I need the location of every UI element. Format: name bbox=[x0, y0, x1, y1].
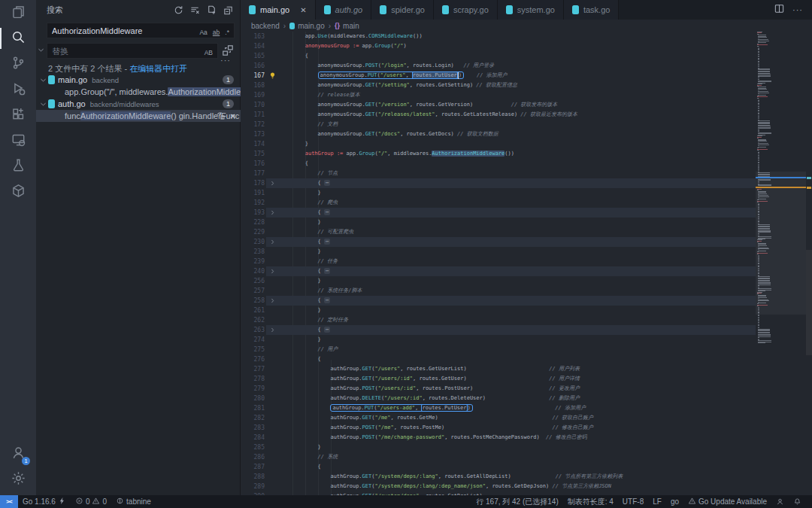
problems-status[interactable]: 0 0 bbox=[71, 497, 111, 506]
code-line-276[interactable]: 276 { bbox=[241, 354, 756, 364]
code-line-178[interactable]: 178 { ⋯ bbox=[241, 178, 756, 188]
code-line-283[interactable]: 283 authGroup.POST("/me", routes.PostMe)… bbox=[241, 423, 756, 433]
fold-chevron-icon[interactable] bbox=[265, 180, 280, 187]
search-box[interactable]: Aaab.* bbox=[47, 23, 235, 38]
code-line-229[interactable]: 229 // 可配置爬虫 bbox=[241, 227, 756, 237]
option-Aa[interactable]: Aa bbox=[197, 28, 209, 37]
notifications-bell[interactable] bbox=[789, 497, 806, 506]
code-line-288[interactable]: 288 authGroup.GET("/system/deps/:lang", … bbox=[241, 472, 756, 482]
code-line-285[interactable]: 285 } bbox=[241, 443, 756, 452]
eol-status[interactable]: LF bbox=[648, 497, 666, 506]
go-version-status[interactable]: Go 1.16.6 bbox=[18, 497, 71, 506]
code-line-167[interactable]: 167 anonymousGroup.PUT("/users", routes.… bbox=[241, 71, 756, 81]
option-AB[interactable]: AB bbox=[202, 48, 215, 57]
replace-icon[interactable] bbox=[216, 111, 226, 122]
code-line-257[interactable]: 257 // 系统任务/脚本 bbox=[241, 286, 756, 296]
tab-system.go[interactable]: system.go bbox=[498, 0, 564, 20]
clear-results-button[interactable] bbox=[189, 5, 201, 16]
option-.*[interactable]: .* bbox=[223, 28, 232, 37]
option-ab[interactable]: ab bbox=[211, 28, 222, 37]
code-line-169[interactable]: 169 // release版本 bbox=[241, 90, 756, 100]
code-line-238[interactable]: 238 } bbox=[241, 247, 756, 257]
tab-task.go[interactable]: task.go bbox=[564, 0, 619, 20]
activity-bar-dependencies[interactable] bbox=[0, 179, 36, 205]
code-line-230[interactable]: 230 { ⋯ bbox=[241, 237, 756, 247]
code-line-281[interactable]: 281 authGroup.PUT("/users-add", routes.P… bbox=[241, 403, 756, 413]
result-match-row[interactable]: app.Group("/", middlewares.Authorization… bbox=[36, 86, 241, 98]
code-line-240[interactable]: 240 { ⋯ bbox=[241, 266, 756, 276]
breadcrumb-item[interactable]: {}main bbox=[335, 22, 359, 30]
refresh-button[interactable] bbox=[173, 5, 184, 16]
code-line-166[interactable]: 166 anonymousGroup.POST("/login", routes… bbox=[241, 61, 756, 71]
activity-bar-search[interactable] bbox=[0, 26, 36, 51]
code-line-193[interactable]: 193 { ⋯ bbox=[241, 208, 756, 217]
code-line-284[interactable]: 284 authGroup.POST("/me/change-password"… bbox=[241, 433, 756, 443]
code-line-261[interactable]: 261 } bbox=[241, 306, 756, 315]
code-line-171[interactable]: 171 anonymousGroup.GET("/releases/latest… bbox=[241, 110, 756, 120]
code-line-278[interactable]: 278 authGroup.GET("/users/:id", routes.G… bbox=[241, 374, 756, 384]
breadcrumb[interactable]: backend›main.go›{}main bbox=[241, 20, 812, 32]
lightbulb-icon[interactable] bbox=[265, 71, 280, 80]
code-line-287[interactable]: 287 { bbox=[241, 462, 756, 472]
result-file-row[interactable]: main.gobackend1 bbox=[36, 74, 241, 86]
code-line-289[interactable]: 289 authGroup.GET("/system/deps/:lang/:d… bbox=[241, 482, 756, 491]
breadcrumb-item[interactable]: main.go bbox=[289, 22, 325, 30]
code-line-164[interactable]: 164 anonymousGroup := app.Group("/") bbox=[241, 41, 756, 51]
encoding-status[interactable]: UTF-8 bbox=[618, 497, 648, 506]
remote-indicator[interactable]: >< bbox=[0, 495, 18, 508]
split-editor-button[interactable] bbox=[774, 3, 785, 17]
fold-chevron-icon[interactable] bbox=[265, 209, 280, 216]
activity-bar-settings[interactable] bbox=[0, 467, 36, 492]
code-line-192[interactable]: 192 // 爬虫 bbox=[241, 198, 756, 208]
tab-auth.go[interactable]: auth.go bbox=[316, 0, 372, 20]
code-line-280[interactable]: 280 authGroup.DELETE("/users/:id", route… bbox=[241, 394, 756, 403]
tabnine-status[interactable]: tabnine bbox=[111, 497, 156, 506]
code-line-191[interactable]: 191 } bbox=[241, 188, 756, 198]
code-line-279[interactable]: 279 authGroup.POST("/users/:id", routes.… bbox=[241, 384, 756, 394]
code-editor[interactable]: 163 app.Use(middlewares.CORSMiddleware()… bbox=[241, 32, 756, 495]
breadcrumb-item[interactable]: backend bbox=[251, 22, 280, 30]
code-line-168[interactable]: 168 anonymousGroup.GET("/setting", route… bbox=[241, 81, 756, 90]
language-mode[interactable]: go bbox=[666, 497, 683, 506]
tab-scrapy.go[interactable]: scrapy.go bbox=[434, 0, 498, 20]
cursor-position[interactable]: 行 167, 列 42 (已选择14) bbox=[471, 497, 562, 507]
code-line-286[interactable]: 286 // 系统 bbox=[241, 452, 756, 462]
close-icon[interactable]: ✕ bbox=[300, 6, 306, 14]
code-line-177[interactable]: 177 // 节点 bbox=[241, 169, 756, 178]
code-line-282[interactable]: 282 authGroup.GET("/me", routes.GetMe) /… bbox=[241, 413, 756, 423]
fold-chevron-icon[interactable] bbox=[265, 327, 280, 333]
tab-main.go[interactable]: main.go✕ bbox=[241, 0, 316, 20]
fold-chevron-icon[interactable] bbox=[265, 239, 280, 245]
activity-bar-testing[interactable] bbox=[0, 154, 36, 179]
code-line-256[interactable]: 256 } bbox=[241, 276, 756, 286]
fold-chevron-icon[interactable] bbox=[265, 268, 280, 275]
open-in-editor-link[interactable]: 在编辑器中打开 bbox=[129, 64, 187, 73]
code-line-175[interactable]: 175 authGroup := app.Group("/", middlewa… bbox=[241, 149, 756, 159]
code-line-262[interactable]: 262 // 定时任务 bbox=[241, 315, 756, 325]
code-line-174[interactable]: 174 } bbox=[241, 139, 756, 149]
result-match-row[interactable]: func AuthorizationMiddleware() gin.Handl… bbox=[36, 110, 241, 122]
indentation-status[interactable]: 制表符长度: 4 bbox=[563, 497, 618, 507]
activity-bar-run-and-debug[interactable] bbox=[0, 77, 36, 102]
code-line-275[interactable]: 275 // 用户 bbox=[241, 345, 756, 354]
feedback-button[interactable] bbox=[771, 497, 789, 506]
collapse-all-button[interactable] bbox=[223, 5, 234, 16]
result-file-row[interactable]: auth.gobackend/middlewares1 bbox=[36, 98, 241, 110]
toggle-replace-button[interactable] bbox=[37, 44, 46, 54]
overview-ruler[interactable] bbox=[806, 32, 812, 495]
code-line-277[interactable]: 277 authGroup.GET("/users", routes.GetUs… bbox=[241, 364, 756, 374]
code-line-172[interactable]: 172 // 文档 bbox=[241, 120, 756, 129]
activity-bar-remote-explorer[interactable] bbox=[0, 128, 36, 154]
code-line-163[interactable]: 163 app.Use(middlewares.CORSMiddleware()… bbox=[241, 32, 756, 41]
code-line-176[interactable]: 176 { bbox=[241, 159, 756, 169]
activity-bar-accounts[interactable]: 1 bbox=[0, 441, 36, 467]
minimap[interactable] bbox=[756, 32, 806, 495]
editor-more-actions[interactable]: ··· bbox=[792, 5, 803, 14]
go-update-status[interactable]: Go Update Available bbox=[683, 497, 771, 506]
activity-bar-source-control[interactable] bbox=[0, 51, 36, 77]
search-input[interactable] bbox=[52, 26, 196, 35]
replace-box[interactable]: AB bbox=[47, 43, 218, 59]
code-line-228[interactable]: 228 } bbox=[241, 217, 756, 227]
code-line-173[interactable]: 173 anonymousGroup.GET("/docs", routes.G… bbox=[241, 129, 756, 139]
code-line-239[interactable]: 239 // 任务 bbox=[241, 257, 756, 266]
